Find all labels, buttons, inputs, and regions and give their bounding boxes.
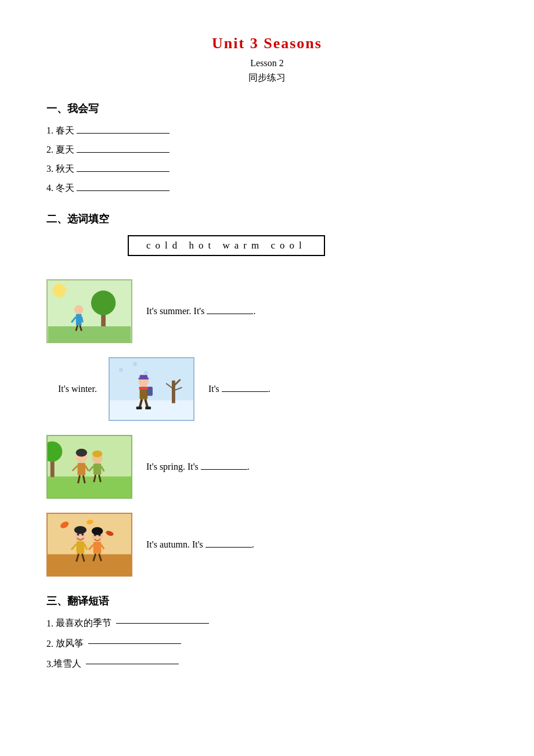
write-item-4: 4. 冬天	[46, 182, 488, 195]
write-item-1: 1. 春天	[46, 125, 488, 137]
section-translate: 三、翻译短语 1. 最喜欢的季节 2. 放风筝 3. 堆雪人	[46, 594, 488, 670]
svg-point-43	[76, 449, 87, 457]
svg-rect-31	[145, 406, 151, 409]
write-label-3: 秋天	[56, 164, 74, 174]
trans-text-3: 堆雪人	[53, 658, 81, 670]
summer-blank[interactable]	[207, 314, 253, 314]
svg-rect-9	[76, 314, 82, 325]
write-blank-4[interactable]	[77, 190, 169, 191]
trans-num-2: 2.	[46, 639, 53, 649]
summer-image	[46, 279, 132, 343]
lesson-label: Lesson 2	[46, 58, 488, 69]
section1-title: 一、我会写	[46, 102, 488, 116]
page-title: Unit 3 Seasons	[46, 35, 488, 52]
spring-image	[46, 435, 132, 499]
svg-rect-15	[110, 400, 193, 420]
trans-text-2: 放风筝	[56, 638, 84, 650]
svg-text:❄: ❄	[118, 366, 123, 373]
word-box: cold hot warm cool	[128, 235, 325, 256]
svg-rect-7	[48, 326, 131, 342]
winter-sentence-right: It's .	[208, 384, 488, 394]
svg-rect-34	[48, 477, 131, 498]
subtitle-label: 同步练习	[46, 72, 488, 84]
trans-item-1: 1. 最喜欢的季节	[46, 617, 488, 629]
fill-row-spring: It's spring. It's .	[46, 435, 488, 499]
svg-rect-52	[48, 555, 131, 576]
fill-row-summer: It's summer. It's .	[46, 279, 488, 343]
trans-blank-1[interactable]	[116, 623, 209, 624]
svg-rect-68	[93, 542, 102, 553]
svg-rect-25	[138, 378, 149, 380]
svg-line-11	[82, 317, 83, 323]
section-fill: 二、选词填空 cold hot warm cool	[46, 212, 488, 577]
write-num-1: 1.	[46, 125, 53, 135]
write-label-2: 夏天	[56, 145, 74, 154]
write-blank-3[interactable]	[77, 171, 169, 172]
trans-blank-2[interactable]	[88, 643, 181, 644]
svg-rect-38	[78, 463, 86, 475]
autumn-sentence: It's autumn. It's .	[146, 539, 488, 550]
write-label-4: 冬天	[56, 183, 74, 193]
trans-num-1: 1.	[46, 618, 53, 629]
write-item-3: 3. 秋天	[46, 163, 488, 175]
trans-text-1: 最喜欢的季节	[56, 617, 111, 629]
svg-text:❄: ❄	[132, 361, 138, 368]
svg-rect-30	[136, 406, 142, 409]
svg-point-64	[74, 526, 86, 534]
autumn-image	[46, 513, 132, 577]
section3-title: 三、翻译短语	[46, 594, 488, 608]
spring-sentence: It's spring. It's .	[146, 462, 488, 472]
trans-num-3: 3.	[46, 659, 53, 669]
write-blank-1[interactable]	[77, 133, 169, 134]
svg-point-1	[52, 284, 66, 297]
svg-rect-32	[139, 387, 148, 390]
fill-row-autumn: It's autumn. It's .	[46, 513, 488, 577]
svg-point-8	[74, 305, 83, 314]
winter-sentence-left: It's winter.	[58, 384, 97, 394]
winter-image: ❄ ❄ ❄	[109, 357, 194, 421]
trans-item-3: 3. 堆雪人	[46, 658, 488, 670]
summer-sentence: It's summer. It's .	[146, 306, 488, 316]
spring-blank[interactable]	[201, 469, 247, 470]
svg-point-50	[92, 451, 103, 458]
svg-point-6	[91, 290, 116, 315]
write-num-4: 4.	[46, 183, 53, 193]
svg-point-73	[92, 527, 103, 535]
write-blank-2[interactable]	[77, 152, 169, 153]
winter-blank[interactable]	[222, 391, 268, 392]
write-item-2: 2. 夏天	[46, 144, 488, 156]
svg-rect-59	[77, 541, 85, 553]
write-num-2: 2.	[46, 145, 53, 154]
fill-row-winter: It's winter. ❄ ❄ ❄	[46, 357, 488, 421]
trans-item-2: 2. 放风筝	[46, 638, 488, 650]
trans-blank-3[interactable]	[86, 664, 179, 664]
write-num-3: 3.	[46, 164, 53, 174]
section-write: 一、我会写 1. 春天 2. 夏天 3. 秋天 4. 冬天	[46, 102, 488, 195]
write-label-1: 春天	[56, 125, 74, 135]
svg-rect-45	[93, 463, 102, 474]
autumn-blank[interactable]	[205, 547, 252, 548]
section2-title: 二、选词填空	[46, 212, 488, 226]
